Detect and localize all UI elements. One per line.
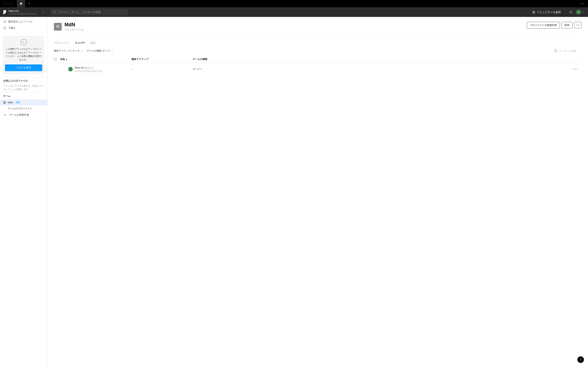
search-icon [554, 49, 557, 52]
window-controls [0, 3, 13, 5]
sidebar-drafts-label: 下書き [8, 26, 16, 30]
table-row[interactable]: Nara Aoi (あなた) xxxxxxxxxxx@xxxxxxx.xx.jp… [54, 63, 581, 75]
svg-point-9 [579, 25, 579, 25]
figma-logo-icon [3, 10, 6, 14]
minimize-window[interactable] [7, 3, 9, 5]
user-search-input[interactable] [559, 50, 581, 52]
invite-button[interactable]: 招待 [562, 22, 572, 29]
ellipsis-icon [573, 69, 577, 69]
select-all-checkbox[interactable] [54, 58, 57, 60]
ellipsis-icon [581, 3, 584, 4]
sort-down-icon [66, 58, 67, 60]
chevron-down-icon [42, 12, 44, 13]
svg-point-10 [555, 50, 557, 52]
sidebar-recent-label: 最近表示したファイル [8, 20, 33, 24]
titlebar-menu[interactable] [581, 3, 588, 4]
team-color-icon [3, 101, 6, 104]
user-name: Nara Aoi [9, 9, 40, 12]
svg-point-3 [5, 12, 6, 13]
search-bar[interactable] [51, 9, 128, 16]
filter-last-active-label: 最終アクティブ: すべて [54, 49, 80, 53]
user-search[interactable] [554, 49, 581, 52]
member-name: Nara Aoi [75, 66, 84, 69]
tab-settings[interactable]: 設定 [90, 41, 95, 45]
browse-community-button[interactable]: コミュニティを参照 [529, 10, 564, 14]
sidebar-item-team-projects[interactable]: チームのプロジェクト [0, 105, 47, 112]
help-button[interactable]: ? [577, 356, 584, 363]
clock-icon [3, 20, 6, 23]
filter-permissions[interactable]: チームの権限: すべて [87, 49, 113, 53]
team-badge: 無料 [16, 101, 20, 104]
upload-icon [21, 39, 27, 45]
svg-point-4 [53, 11, 55, 13]
new-tab-button[interactable] [25, 0, 33, 7]
tabs [17, 0, 33, 7]
create-team-button[interactable]: チームの新規作成 [0, 112, 47, 118]
upgrade-card: この無料プランからのアップグレードを検討しませんか? アップグレードにより、より… [3, 36, 44, 75]
upgrade-description: この無料プランからのアップグレードを検討しませんか? アップグレードにより、より… [5, 47, 42, 62]
svg-point-8 [578, 25, 578, 25]
svg-point-12 [575, 69, 575, 69]
team-projects-label: チームのプロジェクト [8, 107, 32, 110]
globe-icon [532, 11, 535, 14]
sidebar-item-drafts[interactable]: 下書き [0, 25, 47, 31]
column-last-active-header[interactable]: 最終アクティブ [131, 58, 193, 61]
member-avatar [68, 67, 73, 71]
teams-label: チーム [0, 93, 47, 100]
tab-members[interactable]: メンバー [75, 41, 85, 45]
svg-point-1 [582, 3, 583, 4]
filter-permissions-label: チームの権限: すべて [87, 49, 110, 53]
new-project-button[interactable]: プロジェクトの新規作成 [527, 22, 560, 29]
team-more-button[interactable] [574, 22, 581, 28]
profile-menu[interactable] [576, 10, 584, 15]
team-name-heading: MdN [65, 22, 84, 27]
sidebar-item-recent[interactable]: 最近表示したファイル [0, 18, 47, 25]
maximize-window[interactable] [11, 3, 13, 5]
search-icon [53, 11, 56, 14]
chevron-down-icon [582, 12, 584, 13]
home-icon [19, 2, 23, 5]
column-name-label: 名前 [60, 58, 65, 61]
topbar: Nara Aoi xxxxxxxxxxx@xxxxxxx.xx.jp コミュニテ… [0, 7, 588, 17]
titlebar [0, 0, 588, 7]
chevron-down-icon [81, 50, 83, 51]
main-content: M MdN スターターチーム プロジェクトの新規作成 招待 プロジェクト メンバ… [47, 17, 588, 367]
user-email: xxxxxxxxxxx@xxxxxxx.xx.jp [9, 12, 40, 15]
member-you-badge: (あなた) [85, 66, 94, 69]
table-header: 名前 最終アクティブ チームの権限 [54, 55, 581, 63]
member-email: xxxxxxxxxxx@xxxxxxx.xx.jp [75, 70, 103, 72]
notifications-button[interactable] [567, 8, 575, 16]
column-permissions-header[interactable]: チームの権限 [193, 58, 573, 61]
column-name-header[interactable]: 名前 [60, 58, 131, 61]
user-menu[interactable]: Nara Aoi xxxxxxxxxxx@xxxxxxx.xx.jp [0, 9, 47, 15]
plus-icon [28, 2, 31, 5]
search-input[interactable] [58, 11, 126, 14]
svg-point-11 [573, 69, 574, 69]
team-name: MdN [8, 101, 13, 104]
svg-point-7 [576, 25, 577, 25]
ellipsis-icon [576, 25, 579, 25]
svg-point-0 [581, 3, 581, 4]
svg-point-2 [584, 3, 584, 4]
member-permission: オーナー [193, 67, 573, 71]
plus-icon [3, 114, 6, 117]
community-label: コミュニティを参照 [537, 10, 561, 14]
team-avatar: M [54, 23, 62, 31]
svg-point-13 [576, 69, 577, 69]
filter-last-active[interactable]: 最終アクティブ: すべて [54, 49, 83, 53]
team-subtitle: スターターチーム [65, 28, 84, 31]
member-row-actions[interactable] [573, 69, 581, 69]
home-tab[interactable] [17, 0, 25, 7]
bell-icon [569, 11, 572, 14]
view-plans-button[interactable]: プランを表示 [5, 64, 42, 71]
favorites-label: お気に入りのファイル [0, 77, 47, 84]
tab-projects[interactable]: プロジェクト [54, 41, 70, 45]
file-icon [3, 27, 6, 30]
favorites-description: ファイルにマウスを合わせ、星をクリックしてここに追加します [0, 84, 47, 92]
member-last-active: – [131, 68, 193, 71]
avatar [576, 10, 581, 15]
sidebar: 最近表示したファイル 下書き この無料プランからのアップグレードを検討しませんか… [0, 17, 47, 367]
close-window[interactable] [3, 3, 5, 5]
sidebar-item-team-mdn[interactable]: MdN 無料 [0, 100, 47, 105]
chevron-down-icon [111, 50, 113, 51]
